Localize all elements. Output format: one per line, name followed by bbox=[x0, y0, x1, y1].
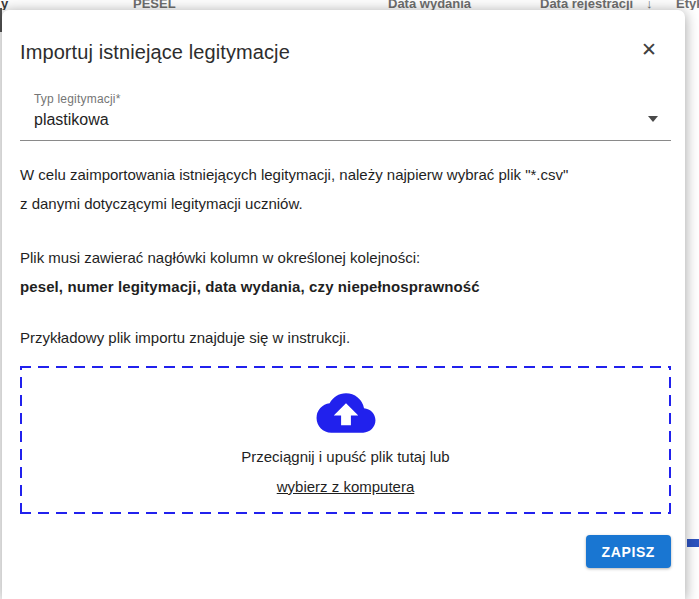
intro-line-2: z danymi dotyczącymi legitymacji uczniów… bbox=[20, 195, 303, 212]
screen: y PESEL Data wydania Data rejestracji ↓ … bbox=[0, 0, 699, 599]
bg-header-pesel: PESEL bbox=[133, 0, 176, 10]
sort-arrow-icon: ↓ bbox=[646, 0, 653, 10]
cloud-upload-icon bbox=[316, 386, 376, 440]
example-paragraph: Przykładowy plik importu znajduje się w … bbox=[20, 323, 671, 352]
bg-header-data-rejestracji: Data rejestracji bbox=[540, 0, 633, 10]
headers-paragraph: Plik musi zawierać nagłówki kolumn w okr… bbox=[20, 243, 671, 301]
intro-paragraph: W celu zaimportowania istniejących legit… bbox=[20, 160, 671, 218]
type-select-value: plastikowa bbox=[34, 111, 671, 129]
background-table-header: y PESEL Data wydania Data rejestracji ↓ … bbox=[0, 0, 699, 10]
example-line: Przykładowy plik importu znajduje się w … bbox=[20, 329, 350, 346]
dialog-header: Importuj istniejące legitymacje ✕ bbox=[20, 10, 671, 64]
bg-header-etykiety: Etykie bbox=[676, 0, 699, 10]
intro-line-1: W celu zaimportowania istniejących legit… bbox=[20, 166, 568, 183]
file-dropzone[interactable]: Przeciągnij i upuść plik tutaj lub wybie… bbox=[20, 366, 671, 514]
type-legitymacji-select[interactable]: Typ legitymacji* plastikowa bbox=[20, 92, 671, 141]
save-button[interactable]: ZAPISZ bbox=[586, 535, 671, 568]
background-blue-element bbox=[687, 539, 699, 547]
dialog-title: Importuj istniejące legitymacje bbox=[20, 41, 671, 64]
bg-header-data-wydania: Data wydania bbox=[388, 0, 471, 10]
import-legitymacje-dialog: Importuj istniejące legitymacje ✕ Typ le… bbox=[2, 10, 685, 599]
chevron-down-icon[interactable] bbox=[648, 116, 658, 122]
headers-line: Plik musi zawierać nagłówki kolumn w okr… bbox=[20, 249, 420, 266]
headers-columns-bold: pesel, numer legitymacji, data wydania, … bbox=[20, 278, 480, 295]
type-select-label: Typ legitymacji* bbox=[34, 92, 671, 106]
browse-computer-link[interactable]: wybierz z komputera bbox=[277, 478, 415, 495]
dropzone-drag-text: Przeciągnij i upuść plik tutaj lub bbox=[241, 448, 449, 465]
close-icon[interactable]: ✕ bbox=[639, 38, 659, 61]
dialog-actions: ZAPISZ bbox=[20, 535, 671, 568]
bg-header-fragment: y bbox=[1, 0, 8, 10]
